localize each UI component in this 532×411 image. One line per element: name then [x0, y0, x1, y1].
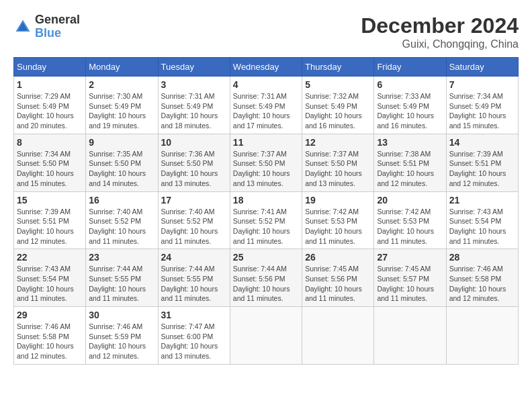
col-tuesday: Tuesday [158, 58, 230, 77]
calendar-table: Sunday Monday Tuesday Wednesday Thursday… [13, 57, 519, 365]
col-wednesday: Wednesday [230, 58, 302, 77]
col-thursday: Thursday [302, 58, 374, 77]
table-row: 26Sunrise: 7:45 AM Sunset: 5:56 PM Dayli… [302, 249, 374, 307]
table-row: 21Sunrise: 7:43 AM Sunset: 5:54 PM Dayli… [446, 191, 518, 249]
table-row: 20Sunrise: 7:42 AM Sunset: 5:53 PM Dayli… [374, 191, 446, 249]
calendar-week-1: 1Sunrise: 7:29 AM Sunset: 5:49 PM Daylig… [14, 77, 519, 134]
table-row [446, 307, 518, 365]
table-row: 22Sunrise: 7:43 AM Sunset: 5:54 PM Dayli… [14, 249, 86, 307]
table-row: 27Sunrise: 7:45 AM Sunset: 5:57 PM Dayli… [374, 249, 446, 307]
table-row: 31Sunrise: 7:47 AM Sunset: 6:00 PM Dayli… [158, 307, 230, 365]
table-row: 3Sunrise: 7:31 AM Sunset: 5:49 PM Daylig… [158, 77, 230, 134]
table-row: 12Sunrise: 7:37 AM Sunset: 5:50 PM Dayli… [302, 134, 374, 191]
table-row: 17Sunrise: 7:40 AM Sunset: 5:52 PM Dayli… [158, 191, 230, 249]
logo-icon [13, 17, 32, 36]
calendar-week-3: 15Sunrise: 7:39 AM Sunset: 5:51 PM Dayli… [14, 191, 519, 249]
table-row: 19Sunrise: 7:42 AM Sunset: 5:53 PM Dayli… [302, 191, 374, 249]
table-row: 4Sunrise: 7:31 AM Sunset: 5:49 PM Daylig… [230, 77, 302, 134]
logo-text: General Blue [35, 13, 80, 40]
table-row: 2Sunrise: 7:30 AM Sunset: 5:49 PM Daylig… [86, 77, 158, 134]
table-row [374, 307, 446, 365]
calendar-header-row: Sunday Monday Tuesday Wednesday Thursday… [14, 58, 519, 77]
table-row: 7Sunrise: 7:34 AM Sunset: 5:49 PM Daylig… [446, 77, 518, 134]
table-row [230, 307, 302, 365]
table-row: 1Sunrise: 7:29 AM Sunset: 5:49 PM Daylig… [14, 77, 86, 134]
calendar-subtitle: Guixi, Chongqing, China [361, 38, 519, 50]
title-section: December 2024 Guixi, Chongqing, China [361, 13, 519, 50]
table-row: 14Sunrise: 7:39 AM Sunset: 5:51 PM Dayli… [446, 134, 518, 191]
page-header: General Blue December 2024 Guixi, Chongq… [13, 13, 519, 50]
col-sunday: Sunday [14, 58, 86, 77]
logo-line1: General [35, 13, 80, 27]
table-row: 13Sunrise: 7:38 AM Sunset: 5:51 PM Dayli… [374, 134, 446, 191]
calendar-week-4: 22Sunrise: 7:43 AM Sunset: 5:54 PM Dayli… [14, 249, 519, 307]
table-row [302, 307, 374, 365]
table-row: 10Sunrise: 7:36 AM Sunset: 5:50 PM Dayli… [158, 134, 230, 191]
table-row: 24Sunrise: 7:44 AM Sunset: 5:55 PM Dayli… [158, 249, 230, 307]
table-row: 30Sunrise: 7:46 AM Sunset: 5:59 PM Dayli… [86, 307, 158, 365]
logo: General Blue [13, 13, 80, 40]
table-row: 23Sunrise: 7:44 AM Sunset: 5:55 PM Dayli… [86, 249, 158, 307]
calendar-week-5: 29Sunrise: 7:46 AM Sunset: 5:58 PM Dayli… [14, 307, 519, 365]
logo-line2: Blue [35, 27, 80, 40]
table-row: 8Sunrise: 7:34 AM Sunset: 5:50 PM Daylig… [14, 134, 86, 191]
table-row: 11Sunrise: 7:37 AM Sunset: 5:50 PM Dayli… [230, 134, 302, 191]
table-row: 6Sunrise: 7:33 AM Sunset: 5:49 PM Daylig… [374, 77, 446, 134]
table-row: 15Sunrise: 7:39 AM Sunset: 5:51 PM Dayli… [14, 191, 86, 249]
col-friday: Friday [374, 58, 446, 77]
table-row: 28Sunrise: 7:46 AM Sunset: 5:58 PM Dayli… [446, 249, 518, 307]
table-row: 25Sunrise: 7:44 AM Sunset: 5:56 PM Dayli… [230, 249, 302, 307]
calendar-title: December 2024 [361, 13, 519, 38]
col-saturday: Saturday [446, 58, 518, 77]
table-row: 9Sunrise: 7:35 AM Sunset: 5:50 PM Daylig… [86, 134, 158, 191]
col-monday: Monday [86, 58, 158, 77]
table-row: 18Sunrise: 7:41 AM Sunset: 5:52 PM Dayli… [230, 191, 302, 249]
table-row: 29Sunrise: 7:46 AM Sunset: 5:58 PM Dayli… [14, 307, 86, 365]
calendar-week-2: 8Sunrise: 7:34 AM Sunset: 5:50 PM Daylig… [14, 134, 519, 191]
table-row: 16Sunrise: 7:40 AM Sunset: 5:52 PM Dayli… [86, 191, 158, 249]
table-row: 5Sunrise: 7:32 AM Sunset: 5:49 PM Daylig… [302, 77, 374, 134]
